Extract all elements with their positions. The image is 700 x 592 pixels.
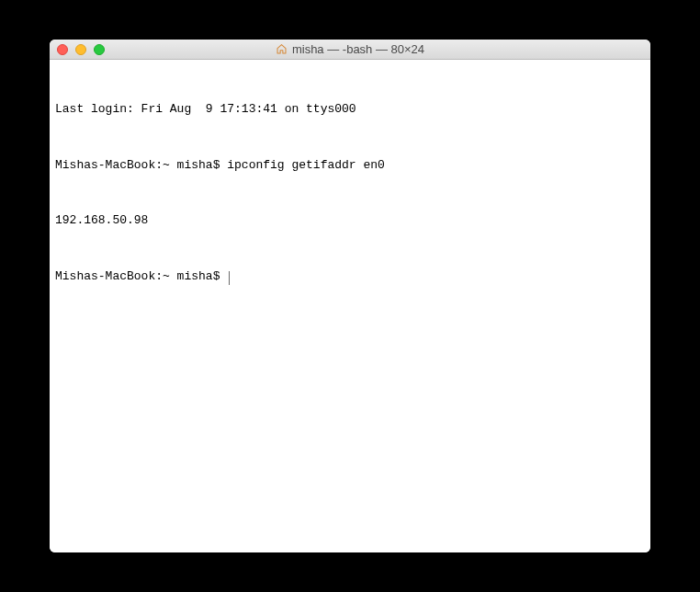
- terminal-body[interactable]: Last login: Fri Aug 9 17:13:41 on ttys00…: [50, 60, 650, 552]
- close-button[interactable]: [57, 44, 68, 55]
- terminal-window: misha — -bash — 80×24 Last login: Fri Au…: [50, 40, 650, 552]
- terminal-line: 192.168.50.98: [55, 211, 645, 230]
- home-icon: [276, 43, 288, 55]
- window-title-area: misha — -bash — 80×24: [50, 42, 650, 56]
- traffic-lights: [50, 44, 105, 55]
- cursor: [229, 271, 230, 285]
- terminal-prompt-line: Mishas-MacBook:~ misha$: [55, 268, 645, 286]
- window-title: misha — -bash — 80×24: [292, 42, 424, 56]
- titlebar[interactable]: misha — -bash — 80×24: [50, 40, 650, 60]
- terminal-line: Mishas-MacBook:~ misha$ ipconfig getifad…: [55, 156, 645, 175]
- terminal-prompt-text: Mishas-MacBook:~ misha$: [55, 269, 227, 283]
- zoom-button[interactable]: [94, 44, 105, 55]
- minimize-button[interactable]: [75, 44, 86, 55]
- terminal-line: Last login: Fri Aug 9 17:13:41 on ttys00…: [55, 100, 645, 119]
